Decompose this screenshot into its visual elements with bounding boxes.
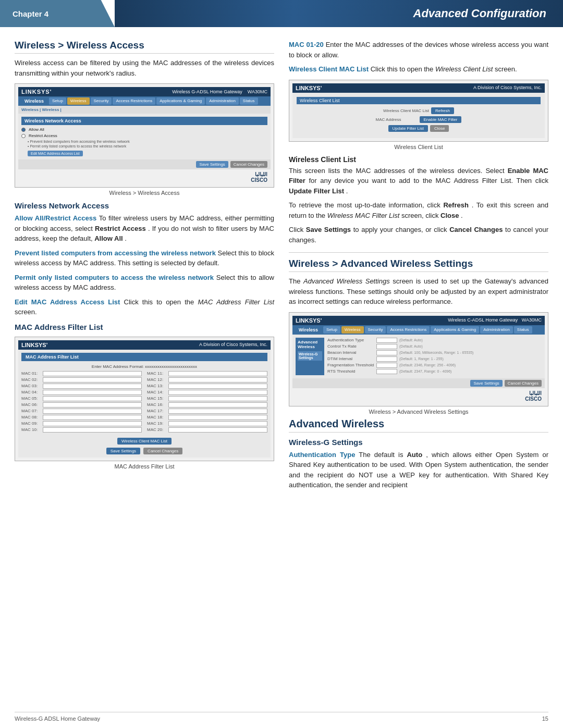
wireless-network-access-label: Wireless Network Access: [21, 117, 267, 125]
divider: [289, 252, 548, 253]
mac10-input[interactable]: [43, 427, 142, 433]
aw-setup-tab[interactable]: Setup: [323, 326, 340, 334]
mac14-label: MAC 14:: [147, 390, 167, 394]
page-title: Advanced Configuration: [413, 7, 546, 20]
aw-access-tab[interactable]: Access Restrictions: [387, 326, 430, 334]
auth-type-input[interactable]: [376, 338, 397, 343]
security-tab[interactable]: Security: [91, 97, 112, 105]
mac02-label: MAC 02:: [21, 377, 41, 382]
wcl-heading: Wireless Client MAC List: [289, 65, 369, 73]
aw-subtitle: Wireless C-ADSL Home Gateway WA30MC: [448, 317, 542, 324]
mf-logo: LINKSYS': [21, 342, 47, 348]
mac01-input[interactable]: [43, 371, 142, 376]
aw-cancel-btn[interactable]: Cancel Changes: [505, 380, 542, 387]
enable-mac-filter-btn[interactable]: Enable MAC Filter: [420, 116, 462, 123]
refresh-btn[interactable]: Refresh: [431, 107, 454, 114]
mac06-input[interactable]: [43, 402, 142, 408]
edit-mac-btn[interactable]: Edit MAC Address Access List: [28, 151, 83, 156]
auth-heading: Authentication Type: [289, 451, 355, 459]
mac03-input[interactable]: [43, 384, 142, 389]
mac14-input[interactable]: [168, 390, 267, 395]
header-title-bar: Advanced Configuration: [115, 0, 563, 27]
wcl-title-bar: Wireless Client List: [297, 97, 541, 104]
status-tab[interactable]: Status: [240, 97, 258, 105]
rts-hint: (Default: 2347, Range: 0 - 4096): [399, 369, 451, 373]
wireless-tab[interactable]: Wireless: [67, 97, 90, 105]
cancel-changes-btn[interactable]: Cancel Changes: [230, 161, 267, 168]
mac17-input[interactable]: [168, 409, 267, 414]
mac09-input[interactable]: [43, 421, 142, 426]
apps-tab[interactable]: Applications & Gaming: [156, 97, 205, 105]
wcl-mid-row: MAC Address Enable MAC Filter: [297, 116, 541, 123]
nav-bar: Wireless Setup Wireless Security Access …: [18, 96, 271, 106]
mac18-input[interactable]: [168, 415, 267, 420]
admin-tab[interactable]: Administration: [206, 97, 239, 105]
save-settings-btn[interactable]: Save Settings: [196, 161, 228, 168]
mac13-input[interactable]: [168, 384, 267, 389]
close-btn[interactable]: Close: [430, 125, 449, 132]
auth-type-label: Authentication Type: [327, 338, 374, 342]
mf-title-bar: MAC Address Filter List: [21, 353, 267, 361]
aw-logo: LINKSYS': [296, 317, 322, 324]
mac16-input[interactable]: [168, 402, 267, 408]
aw-admin-tab[interactable]: Administration: [480, 326, 513, 334]
section1-intro: Wireless access can be filtered by using…: [15, 58, 274, 78]
control-tx-input[interactable]: [376, 344, 397, 349]
frag-threshold-label: Fragmentation Threshold: [327, 363, 374, 367]
edit-text: Click this to open the: [124, 298, 198, 306]
permit-para: Permit only listed computers to access t…: [15, 273, 274, 293]
wireless-client-mac-list-btn[interactable]: Wireless Client MAC List: [117, 438, 172, 445]
rts-threshold-label: RTS Threshold: [327, 369, 374, 374]
aw-apps-tab[interactable]: Applications & Gaming: [431, 326, 479, 334]
rts-input[interactable]: [376, 369, 397, 374]
aw-wireless-tab[interactable]: Wireless: [341, 326, 364, 334]
cancel-changes-btn[interactable]: Cancel Changes: [143, 448, 182, 454]
section2-title: Wireless > Advanced Wireless Settings: [289, 258, 548, 272]
aw-security-tab[interactable]: Security: [365, 326, 386, 334]
linksys-logo: LINKSYS': [21, 89, 52, 95]
mac08-input[interactable]: [43, 415, 142, 420]
mac07-input[interactable]: [43, 409, 142, 414]
save-text2: to apply your changes, or click: [353, 226, 450, 233]
cisco-logo: اللبالباCISCO: [18, 169, 271, 184]
permit-heading: Permit only listed computers to access t…: [15, 274, 214, 281]
wcl-refresh-para: To retrieve the most up-to-date informat…: [289, 200, 548, 220]
update-filter-list-btn[interactable]: Update Filter List: [388, 125, 428, 132]
aw-status-tab[interactable]: Status: [514, 326, 532, 334]
edit-mac-para: Edit MAC Address Access List Click this …: [15, 297, 274, 317]
aw-screenshot: LINKSYS' Wireless C-ADSL Home Gateway WA…: [289, 312, 548, 406]
aw-body: Advanced Wireless Wireless-G Settings Au…: [292, 335, 545, 378]
mac02-input[interactable]: [43, 377, 142, 382]
section1-title: Wireless > Wireless Access: [15, 40, 274, 54]
restrict-bold: Restrict Access: [95, 225, 146, 232]
mac13-label: MAC 13:: [147, 384, 167, 388]
dtim-input[interactable]: [376, 356, 397, 362]
mac15-input[interactable]: [168, 396, 267, 401]
mac03-label: MAC 03:: [21, 384, 41, 388]
mac12-input[interactable]: [168, 377, 267, 382]
allow-all-radio[interactable]: [21, 128, 26, 132]
mac19-input[interactable]: [168, 421, 267, 426]
access-tab[interactable]: Access Restrictions: [113, 97, 155, 105]
frag-input[interactable]: [376, 363, 397, 368]
advanced-title: Advanced Wireless: [289, 418, 548, 433]
mf-subtitle: A Division of Cisco Systems, Inc.: [199, 342, 267, 348]
mac20-input[interactable]: [168, 427, 267, 433]
setup-tab[interactable]: Setup: [49, 97, 66, 105]
mac-caption: MAC Address Filter List: [15, 463, 274, 470]
beacon-input[interactable]: [376, 350, 397, 355]
auth-text: The default is: [359, 451, 407, 459]
allow-all-bold: Allow All: [94, 235, 123, 242]
allow-all-label: Allow All: [29, 127, 44, 132]
mac05-input[interactable]: [43, 396, 142, 401]
wcl-caption: Wireless Client List: [289, 144, 548, 150]
mac04-label: MAC 04:: [21, 390, 41, 394]
restrict-access-radio[interactable]: [21, 134, 26, 138]
wireless-network-access-title: Wireless Network Access: [15, 201, 274, 210]
aw-save-btn[interactable]: Save Settings: [470, 380, 502, 387]
mac11-input[interactable]: [168, 371, 267, 376]
mac04-input[interactable]: [43, 390, 142, 395]
save-settings-btn[interactable]: Save Settings: [106, 448, 140, 454]
control-tx-rate-label: Control Tx Rate: [327, 344, 374, 349]
close-bold: Close: [440, 212, 459, 219]
